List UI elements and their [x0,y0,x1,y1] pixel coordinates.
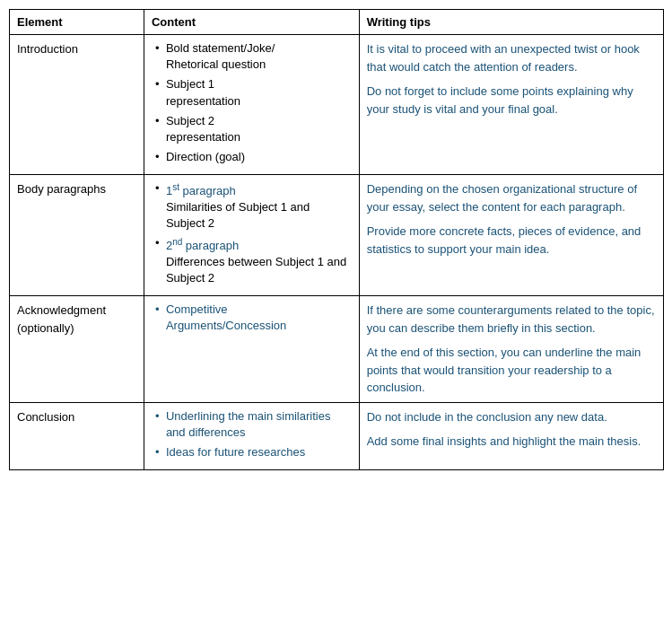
tip-text: At the end of this section, you can unde… [367,344,656,397]
tips-acknowledgment: If there are some counterarguments relat… [359,296,663,403]
tip-text: Do not forget to include some points exp… [367,83,656,118]
list-item: Subject 2representation [152,113,352,145]
content-acknowledgment: CompetitiveArguments/Concession [144,296,359,403]
tip-text: It is vital to proceed with an unexpecte… [367,40,656,75]
element-body: Body paragraphs [10,175,144,296]
tip-text: Add some final insights and highlight th… [367,433,656,451]
list-item: Ideas for future researches [152,444,352,460]
list-item: Bold statement/Joke/Rhetorical question [152,40,352,73]
element-conclusion: Conclusion [10,402,144,470]
list-item: Direction (goal) [152,149,352,165]
tips-introduction: It is vital to proceed with an unexpecte… [359,35,663,175]
table-row: Introduction Bold statement/Joke/Rhetori… [10,35,664,175]
content-conclusion: Underlining the main similarities and di… [144,402,359,470]
tip-text: Do not include in the conclusion any new… [367,408,656,426]
list-item: Subject 1representation [152,76,352,109]
list-item: Underlining the main similarities and di… [152,408,352,441]
table-row: Conclusion Underlining the main similari… [10,402,664,470]
table-row: Body paragraphs 1st paragraph Similariti… [10,175,664,296]
header-tips: Writing tips [359,10,663,35]
list-item: CompetitiveArguments/Concession [152,302,352,334]
header-element: Element [10,10,144,35]
tips-body: Depending on the chosen organizational s… [359,175,663,296]
main-table: Element Content Writing tips Introductio… [9,9,664,470]
element-introduction: Introduction [10,35,144,175]
header-content: Content [144,10,359,35]
list-item: 2nd paragraph Differences between Subjec… [152,235,352,286]
tip-text: If there are some counterarguments relat… [367,302,656,337]
list-item: 1st paragraph Similarities of Subject 1 … [152,180,352,232]
content-introduction: Bold statement/Joke/Rhetorical question … [144,35,359,175]
table-row: Acknowledgment(optionally) CompetitiveAr… [10,296,664,403]
content-body: 1st paragraph Similarities of Subject 1 … [144,175,359,296]
tip-text: Provide more concrete facts, pieces of e… [367,223,656,258]
element-acknowledgment: Acknowledgment(optionally) [10,296,144,403]
tips-conclusion: Do not include in the conclusion any new… [359,402,663,470]
tip-text: Depending on the chosen organizational s… [367,180,656,215]
